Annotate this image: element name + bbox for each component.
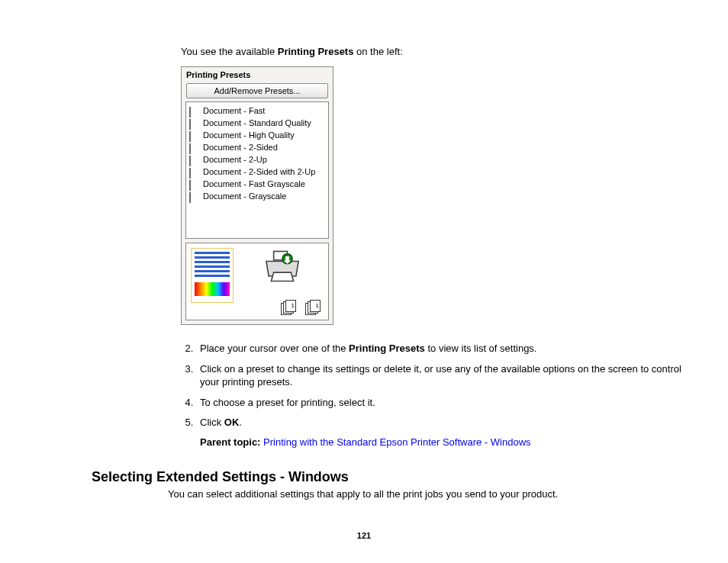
intro-text: You see the available Printing Presets o… [181, 46, 682, 57]
step-2: Place your cursor over one of the Printi… [196, 342, 682, 355]
color-bar-icon [195, 282, 230, 296]
preset-item[interactable]: Document - Fast Grayscale [186, 178, 328, 190]
document-grayscale-icon [189, 179, 200, 188]
document-2up-icon [189, 155, 200, 164]
document-thumbnail [191, 248, 234, 303]
preset-item[interactable]: Document - High Quality [186, 129, 328, 141]
document-icon [189, 118, 200, 127]
section-heading: Selecting Extended Settings - Windows [92, 469, 682, 485]
document-icon [189, 106, 200, 115]
page-number: 121 [0, 531, 728, 540]
preset-item[interactable]: Document - 2-Sided with 2-Up [186, 166, 328, 178]
presets-list: Document - Fast Document - Standard Qual… [185, 101, 329, 239]
intro-prefix: You see the available [181, 46, 278, 57]
collate-icon: 321 [305, 300, 324, 315]
panel-title: Printing Presets [182, 67, 333, 81]
preset-label: Document - Fast Grayscale [203, 178, 305, 190]
add-remove-presets-button[interactable]: Add/Remove Presets... [186, 83, 328, 98]
document-2sided-2up-icon [189, 167, 200, 176]
step-5: Click OK. [196, 416, 682, 429]
parent-topic: Parent topic: Printing with the Standard… [200, 436, 682, 448]
preset-label: Document - 2-Sided with 2-Up [203, 166, 315, 178]
preset-item[interactable]: Document - Standard Quality [186, 117, 328, 129]
preset-label: Document - Standard Quality [203, 117, 311, 129]
intro-bold: Printing Presets [278, 46, 354, 57]
preset-item[interactable]: Document - 2-Sided [186, 141, 328, 153]
printer-icon [263, 248, 302, 285]
document-icon [189, 130, 200, 140]
step-4: To choose a preset for printing, select … [196, 396, 682, 410]
preset-label: Document - 2-Up [203, 153, 267, 166]
instruction-steps: Place your cursor over one of the Printi… [166, 342, 682, 429]
collate-icon: 321 [281, 300, 299, 315]
preset-label: Document - 2-Sided [203, 141, 278, 153]
intro-suffix: on the left: [353, 46, 402, 57]
preset-item[interactable]: Document - 2-Up [186, 153, 328, 166]
preset-preview: 321 321 [185, 243, 329, 320]
preset-label: Document - Grayscale [203, 190, 286, 202]
preset-item[interactable]: Document - Grayscale [186, 190, 328, 202]
preset-item[interactable]: Document - Fast [186, 105, 328, 117]
preset-label: Document - High Quality [203, 129, 295, 141]
document-2sided-icon [189, 143, 200, 152]
document-grayscale-icon [189, 191, 200, 201]
section-text: You can select additional settings that … [168, 488, 682, 500]
step-3: Click on a preset to change its settings… [196, 362, 682, 389]
parent-topic-label: Parent topic: [200, 436, 263, 448]
printing-presets-panel: Printing Presets Add/Remove Presets... D… [181, 66, 333, 325]
parent-topic-link[interactable]: Printing with the Standard Epson Printer… [263, 436, 530, 448]
preset-label: Document - Fast [203, 105, 265, 117]
